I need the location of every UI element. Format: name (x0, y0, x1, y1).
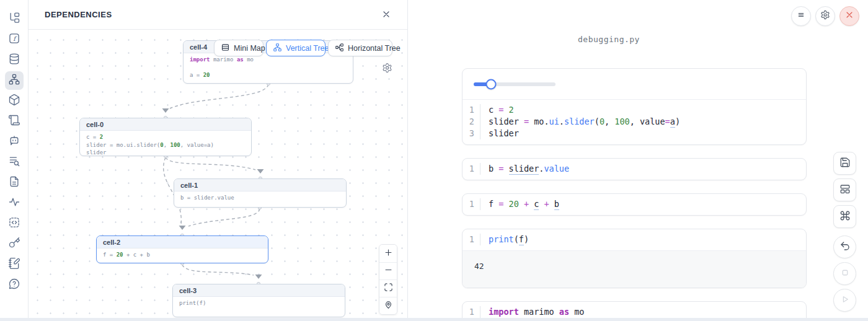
gear-icon (820, 10, 830, 22)
bottom-scrollbar-track[interactable] (0, 318, 868, 321)
graph-node-code: b = slider.value (174, 191, 346, 204)
notebook-menu-button[interactable] (791, 6, 811, 26)
edge-cell-2-to-cell-3 (182, 265, 254, 275)
sidebar-item-tracing[interactable] (5, 194, 24, 213)
menu-icon (796, 10, 806, 22)
notebook-filename[interactable]: debugging.py (408, 35, 810, 44)
scratchpad-icon (8, 216, 20, 231)
keyboard-shortcuts-button[interactable] (833, 205, 856, 228)
dependency-graph-icon (8, 73, 20, 88)
sidebar-item-logs[interactable] (5, 153, 24, 172)
locate-button[interactable] (379, 297, 397, 314)
zoom-out-button[interactable] (379, 262, 397, 279)
line-number: 3 (463, 128, 480, 139)
file-tree-icon (8, 12, 20, 27)
close-icon (844, 10, 854, 22)
edge-cell-4-to-cell-0 (170, 84, 268, 108)
save-button[interactable] (833, 152, 856, 175)
layout-icon (839, 183, 851, 197)
sidebar-item-variables[interactable]: f (5, 30, 24, 49)
slider-widget[interactable] (474, 79, 556, 89)
undo-icon (839, 240, 851, 254)
sidebar-item-help[interactable] (5, 276, 24, 294)
line-number: 1 (463, 163, 480, 175)
graph-node-code: f = 20 + c + b (97, 248, 268, 262)
line-number: 2 (463, 116, 480, 128)
code-line: f = 20 + c + b (480, 198, 559, 210)
cell-editor[interactable]: 1f = 20 + c + b (463, 194, 806, 215)
vertical-tree-icon (273, 43, 282, 54)
notebook-area: debugging.py 1c = 22slider = mo.ui.slide… (408, 0, 868, 321)
cell-editor[interactable]: 1b = slider.value (463, 159, 806, 180)
rows-icon (221, 43, 230, 54)
map-pin-icon (384, 300, 393, 312)
dependencies-panel-header: DEPENDENCIES (29, 0, 407, 30)
graph-node-code: print(f) (173, 297, 345, 310)
undo-button[interactable] (833, 235, 856, 258)
graph-node-title: cell-1 (174, 179, 346, 191)
svg-text:f: f (13, 35, 17, 42)
sidebar-item-packages[interactable] (5, 92, 24, 110)
graph-node-title: cell-0 (80, 118, 251, 131)
view-button-label: Horizontal Tree (348, 44, 401, 53)
notebook-settings-button[interactable] (815, 6, 835, 26)
graph-node-cell-2[interactable]: cell-2f = 20 + c + b (96, 235, 268, 263)
stop-icon (839, 267, 851, 281)
sidebar-item-dependency-graph[interactable] (5, 71, 24, 90)
graph-node-cell-1[interactable]: cell-1b = slider.value (174, 178, 347, 208)
graph-node-code: c = 2slider = mo.ui.slider(0, 100, value… (80, 131, 251, 156)
sidebar-item-notebook-notes[interactable] (5, 255, 24, 274)
sidebar-item-file-explorer[interactable] (5, 10, 24, 29)
dependency-graph-canvas[interactable]: cell-4import marimo as mo a = 20cell-0c … (29, 30, 408, 321)
notebook-side-actions (833, 152, 856, 312)
sidebar-item-ai-chat[interactable] (5, 133, 24, 151)
shutdown-button[interactable] (839, 6, 859, 26)
dependencies-panel-title: DEPENDENCIES (45, 10, 112, 19)
line-number: 1 (463, 104, 480, 116)
sidebar-item-secrets[interactable] (5, 235, 24, 253)
logs-icon (8, 155, 20, 170)
horizontal-tree-icon (335, 43, 344, 54)
sidebar-item-documentation[interactable] (5, 112, 24, 131)
cell-output (463, 69, 806, 100)
sidebar-item-datasources[interactable] (5, 51, 24, 69)
play-icon (839, 294, 851, 307)
run-all-button (833, 289, 856, 312)
fit-view-button[interactable] (379, 279, 397, 297)
view-button-vertical-tree[interactable]: Vertical Tree (266, 40, 326, 56)
cell-editor[interactable]: 1print(f) (463, 229, 806, 250)
notebook-pen-icon (8, 257, 20, 272)
notebook-top-actions (791, 6, 859, 26)
slider-cell: 1c = 22slider = mo.ui.slider(0, 100, val… (462, 68, 807, 145)
sidebar-item-scratchpad[interactable] (5, 214, 24, 233)
maximize-icon (384, 283, 393, 294)
view-button-horizontal-tree[interactable]: Horizontal Tree (328, 40, 392, 56)
f-cell: 1f = 20 + c + b (462, 193, 807, 216)
view-button-label: Vertical Tree (286, 44, 329, 53)
gear-icon (382, 64, 392, 75)
stop-kernel-button (833, 262, 856, 285)
snippets-icon (8, 175, 20, 190)
key-icon (8, 237, 20, 252)
graph-node-cell-3[interactable]: cell-3print(f) (172, 284, 345, 317)
edge-cell-1-to-cell-2 (188, 209, 260, 226)
sidebar-item-snippets[interactable] (5, 174, 24, 192)
zoom-in-button[interactable] (379, 245, 397, 262)
code-line: c = 2 (480, 104, 514, 116)
slider-thumb[interactable] (485, 79, 496, 89)
save-icon (839, 157, 851, 170)
view-button-mini-map[interactable]: Mini Map (214, 40, 264, 56)
graph-zoom-controls (379, 244, 397, 315)
database-icon (8, 53, 20, 68)
scroll-icon (8, 114, 20, 129)
line-number: 1 (463, 198, 480, 210)
line-number: 1 (463, 234, 480, 245)
dependencies-panel: DEPENDENCIES cell-4import marimo as mo a… (29, 0, 408, 321)
layout-toggle-button[interactable] (833, 178, 856, 201)
graph-node-cell-0[interactable]: cell-0c = 2slider = mo.ui.slider(0, 100,… (79, 118, 252, 156)
close-panel-button[interactable] (381, 9, 392, 20)
cell-editor[interactable]: 1c = 22slider = mo.ui.slider(0, 100, val… (463, 100, 806, 144)
graph-settings-button[interactable] (382, 63, 393, 74)
print-cell: 1print(f)42 (462, 229, 807, 288)
code-line: b = slider.value (480, 163, 569, 175)
